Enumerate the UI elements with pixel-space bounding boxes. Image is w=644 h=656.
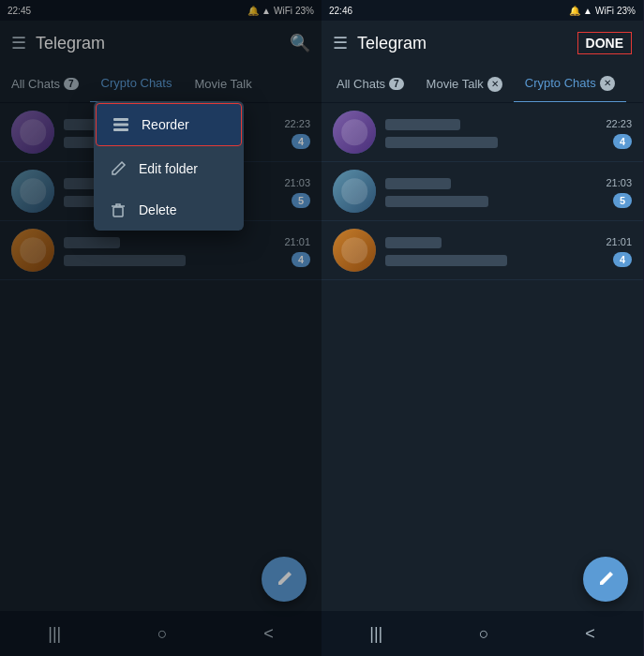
chat-header-3-right: 21:01 [385, 234, 632, 249]
right-panel: 22:46 🔔 ▲ WiFi 23% ☰ Telegram DONE All C… [322, 0, 643, 656]
tab-movie-close[interactable]: ✕ [487, 77, 502, 92]
edit-icon [109, 159, 127, 178]
time-right: 22:46 [329, 6, 352, 16]
context-reorder[interactable]: Reorder [96, 103, 242, 146]
status-bar-right: 22:46 🔔 ▲ WiFi 23% [322, 0, 643, 21]
tab-movie-label-right: Movie Talk [427, 77, 484, 91]
context-delete[interactable]: Delete [94, 189, 244, 231]
avatar-2-right [333, 170, 376, 213]
signal-icon-right: ▲ [583, 6, 592, 16]
chat-header-2-right: 21:03 [385, 175, 632, 190]
done-button[interactable]: DONE [577, 32, 632, 54]
chat-header-1-right: 22:23 [385, 116, 632, 131]
svg-rect-2 [113, 128, 128, 131]
chat-name-3-right [385, 234, 598, 249]
top-bar-right: ☰ Telegram DONE [322, 21, 643, 66]
app-title-right: Telegram [357, 34, 568, 53]
delete-icon [109, 201, 127, 219]
chat-time-3-right: 21:01 [606, 236, 632, 247]
chat-msg-1-right [385, 134, 607, 148]
fab-right[interactable] [583, 557, 628, 602]
reorder-label: Reorder [142, 117, 189, 132]
unread-2-right: 5 [613, 193, 632, 208]
tab-crypto-right[interactable]: Crypto Chats ✕ [514, 66, 626, 103]
svg-rect-3 [113, 207, 123, 216]
unread-1-right: 4 [613, 134, 632, 149]
chat-msg-3-right [385, 252, 607, 266]
nav-menu-icon-right[interactable]: ||| [369, 624, 382, 644]
chat-list-right: 22:23 4 21:03 [322, 103, 643, 611]
chat-item-3-right[interactable]: 21:01 4 [322, 221, 643, 280]
chat-item-2-right[interactable]: 21:03 5 [322, 162, 643, 221]
context-edit[interactable]: Edit folder [94, 148, 244, 189]
chat-content-1-right: 22:23 4 [385, 116, 632, 149]
tabs-bar-right: All Chats 7 Movie Talk ✕ Crypto Chats ✕ [322, 66, 643, 103]
tab-crypto-label-right: Crypto Chats [525, 76, 596, 90]
chat-time-2-right: 21:03 [606, 177, 632, 188]
status-icons-right: 🔔 ▲ WiFi 23% [569, 6, 636, 16]
chat-time-1-right: 22:23 [606, 118, 632, 129]
left-panel: 22:45 🔔 ▲ WiFi 23% ☰ Telegram 🔍 All Chat… [0, 0, 322, 656]
context-menu: Reorder Edit folder Delete [94, 101, 244, 231]
hamburger-icon-right[interactable]: ☰ [333, 33, 348, 53]
chat-content-3-right: 21:01 4 [385, 234, 632, 267]
nav-home-icon-right[interactable]: ○ [479, 624, 489, 644]
alarm-icon-right: 🔔 [569, 6, 580, 16]
tab-crypto-close[interactable]: ✕ [600, 76, 615, 91]
reorder-icon [112, 115, 130, 134]
avatar-1-right [333, 111, 376, 154]
chat-preview-3-right: 4 [385, 252, 632, 267]
battery-right: 23% [617, 6, 636, 16]
svg-rect-1 [113, 124, 128, 127]
tab-all-label-right: All Chats [337, 77, 385, 91]
tab-all-chats-right[interactable]: All Chats 7 [325, 66, 415, 103]
tab-movie-right[interactable]: Movie Talk ✕ [415, 66, 514, 103]
chat-preview-1-right: 4 [385, 134, 632, 149]
chat-item-1-right[interactable]: 22:23 4 [322, 103, 643, 162]
status-time-right: 22:46 [329, 6, 352, 16]
nav-back-icon-right[interactable]: < [585, 624, 595, 644]
edit-label: Edit folder [139, 161, 198, 176]
chat-name-2-right [385, 175, 598, 190]
unread-3-right: 4 [613, 252, 632, 267]
chat-msg-2-right [385, 193, 607, 207]
context-overlay[interactable] [0, 0, 322, 656]
svg-rect-0 [113, 118, 128, 121]
chat-content-2-right: 21:03 5 [385, 175, 632, 208]
bottom-nav-right: ||| ○ < [322, 611, 643, 656]
wifi-icon-right: WiFi [595, 6, 614, 16]
avatar-3-right [333, 229, 376, 272]
chat-preview-2-right: 5 [385, 193, 632, 208]
delete-label: Delete [139, 202, 176, 217]
chat-name-1-right [385, 116, 598, 131]
tab-all-badge-right: 7 [389, 78, 404, 90]
